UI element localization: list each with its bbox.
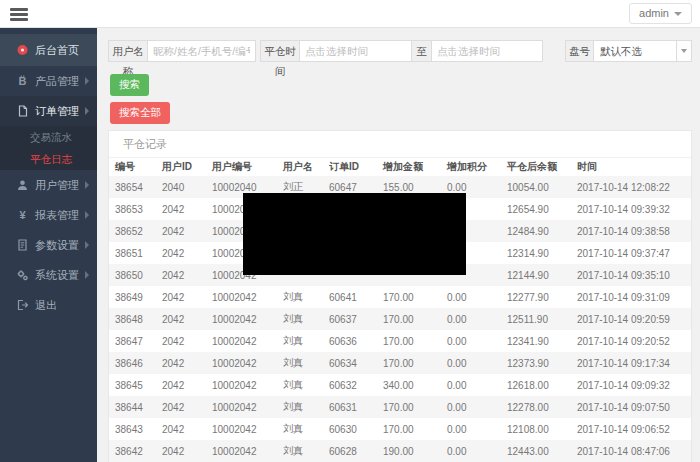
table-cell: 38650 bbox=[109, 264, 156, 286]
sidebar-item-label: 订单管理 bbox=[35, 105, 79, 117]
column-header: 时间 bbox=[571, 158, 691, 176]
sidebar-item-label: 产品管理 bbox=[35, 75, 79, 87]
table-cell: 2017-10-14 09:20:52 bbox=[571, 330, 691, 352]
search-button[interactable]: 搜索 bbox=[110, 74, 149, 96]
records-panel: 平仓记录 编号 用户ID 用户编号 用户名 订单ID 增加金额 增加积分 平仓后… bbox=[108, 130, 692, 462]
sidebar-item-orders[interactable]: 订单管理 bbox=[0, 96, 97, 126]
sidebar-item-reports[interactable]: ¥ 报表管理 bbox=[0, 200, 97, 230]
table-cell: 2042 bbox=[156, 352, 206, 374]
sidebar-item-parameters[interactable]: 参数设置 bbox=[0, 230, 97, 260]
table-row: 38642 2042 10002042 刘真 60628 190.00 0.00… bbox=[109, 440, 691, 462]
close-time-label: 平仓时间 bbox=[260, 40, 300, 62]
home-icon bbox=[16, 36, 29, 48]
chevron-right-icon bbox=[85, 77, 89, 85]
table-cell: 60632 bbox=[323, 374, 377, 396]
time-to-input[interactable] bbox=[431, 40, 543, 62]
table-cell: 0.00 bbox=[441, 418, 501, 440]
table-row: 38647 2042 10002042 刘真 60636 170.00 0.00… bbox=[109, 330, 691, 352]
hamburger-menu-icon[interactable] bbox=[10, 8, 28, 21]
table-cell: 2042 bbox=[156, 198, 206, 220]
table-cell: 0.00 bbox=[441, 374, 501, 396]
table-cell: 刘真 bbox=[277, 286, 323, 308]
table-cell: 2040 bbox=[156, 176, 206, 198]
table-cell: 刘真 bbox=[277, 308, 323, 330]
table-cell: 2017-10-14 09:35:10 bbox=[571, 264, 691, 286]
table-cell: 12373.90 bbox=[501, 352, 571, 374]
sidebar-item-label: 参数设置 bbox=[35, 239, 79, 251]
table-cell: 2042 bbox=[156, 374, 206, 396]
table-cell: 0.00 bbox=[441, 308, 501, 330]
table-cell: 170.00 bbox=[377, 308, 441, 330]
table-cell: 2042 bbox=[156, 396, 206, 418]
sidebar: 后台首页 B 产品管理 订单管理 交易流水 平仓日志 用户管理 ¥ 报表管理 bbox=[0, 28, 97, 462]
table-cell: 2017-10-14 09:17:34 bbox=[571, 352, 691, 374]
column-header: 用户ID bbox=[156, 158, 206, 176]
table-cell: 2017-10-14 09:38:58 bbox=[571, 220, 691, 242]
table-header-row: 编号 用户ID 用户编号 用户名 订单ID 增加金额 增加积分 平仓后余额 时间 bbox=[109, 158, 691, 176]
table-cell: 60631 bbox=[323, 396, 377, 418]
table-cell: 2017-10-14 08:47:06 bbox=[571, 440, 691, 462]
table-cell: 38645 bbox=[109, 374, 156, 396]
table-cell: 2042 bbox=[156, 242, 206, 264]
logout-icon bbox=[16, 292, 29, 304]
panel-title: 平仓记录 bbox=[109, 131, 691, 158]
sidebar-subitem-close-log[interactable]: 平仓日志 bbox=[0, 148, 97, 170]
username-label: 用户名称 bbox=[108, 40, 148, 62]
table-cell: 2017-10-14 09:09:32 bbox=[571, 374, 691, 396]
table-cell: 12144.90 bbox=[501, 264, 571, 286]
table-cell: 10002042 bbox=[206, 418, 277, 440]
sidebar-item-logout[interactable]: 退出 bbox=[0, 290, 97, 320]
pan-number-label: 盘号 bbox=[565, 40, 594, 62]
user-icon bbox=[16, 172, 29, 184]
bitcoin-icon: B bbox=[16, 68, 29, 80]
table-cell: 10002042 bbox=[206, 440, 277, 462]
table-cell: 38653 bbox=[109, 198, 156, 220]
column-header: 编号 bbox=[109, 158, 156, 176]
table-cell: 2042 bbox=[156, 418, 206, 440]
table-cell: 170.00 bbox=[377, 286, 441, 308]
user-menu-label: admin bbox=[639, 7, 669, 19]
column-header: 用户编号 bbox=[206, 158, 277, 176]
sidebar-item-dashboard[interactable]: 后台首页 bbox=[0, 34, 97, 66]
table-cell: 2017-10-14 09:20:59 bbox=[571, 308, 691, 330]
table-cell: 38642 bbox=[109, 440, 156, 462]
sidebar-item-system[interactable]: 系统设置 bbox=[0, 260, 97, 290]
user-menu-dropdown[interactable]: admin bbox=[629, 3, 692, 24]
table-cell: 12314.90 bbox=[501, 242, 571, 264]
table-cell: 38649 bbox=[109, 286, 156, 308]
sidebar-item-label: 系统设置 bbox=[35, 269, 79, 281]
sidebar-item-label: 用户管理 bbox=[35, 179, 79, 191]
table-cell: 0.00 bbox=[441, 286, 501, 308]
table-cell: 38646 bbox=[109, 352, 156, 374]
pan-number-select[interactable]: 默认不选 bbox=[593, 40, 692, 62]
chevron-right-icon bbox=[85, 271, 89, 279]
sidebar-subitem-transactions[interactable]: 交易流水 bbox=[0, 126, 97, 148]
sidebar-subitem-label: 平仓日志 bbox=[30, 153, 72, 165]
table-cell: 340.00 bbox=[377, 374, 441, 396]
svg-text:B: B bbox=[19, 75, 27, 87]
table-cell: 12108.00 bbox=[501, 418, 571, 440]
column-header: 订单ID bbox=[323, 158, 377, 176]
chevron-right-icon bbox=[85, 107, 89, 115]
sidebar-item-users[interactable]: 用户管理 bbox=[0, 170, 97, 200]
table-cell: 10054.00 bbox=[501, 176, 571, 198]
table-cell: 0.00 bbox=[441, 440, 501, 462]
table-cell: 38644 bbox=[109, 396, 156, 418]
table-cell: 60637 bbox=[323, 308, 377, 330]
table-cell: 刘真 bbox=[277, 330, 323, 352]
sidebar-item-label: 退出 bbox=[35, 299, 57, 311]
time-from-input[interactable] bbox=[299, 40, 412, 62]
search-all-button[interactable]: 搜索全部 bbox=[110, 102, 170, 124]
gears-icon bbox=[16, 262, 29, 274]
file-settings-icon bbox=[16, 232, 29, 244]
table-cell: 2017-10-14 09:31:09 bbox=[571, 286, 691, 308]
table-cell: 刘真 bbox=[277, 418, 323, 440]
table-cell: 38651 bbox=[109, 242, 156, 264]
table-row: 38643 2042 10002042 刘真 60630 170.00 0.00… bbox=[109, 418, 691, 440]
sidebar-item-products[interactable]: B 产品管理 bbox=[0, 66, 97, 96]
table-cell: 10002042 bbox=[206, 330, 277, 352]
table-row: 38645 2042 10002042 刘真 60632 340.00 0.00… bbox=[109, 374, 691, 396]
username-input[interactable] bbox=[147, 40, 256, 62]
table-cell: 2017-10-14 09:06:52 bbox=[571, 418, 691, 440]
select-chevron-icon bbox=[676, 41, 691, 61]
